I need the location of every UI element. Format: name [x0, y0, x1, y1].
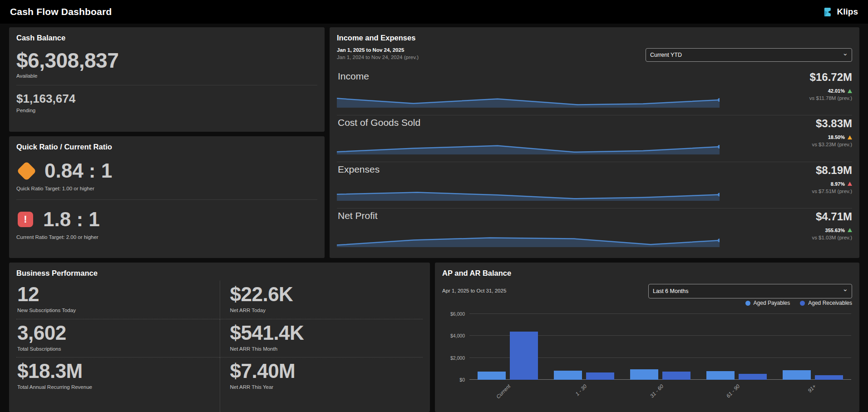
- brand-name: Klips: [837, 7, 858, 17]
- metric-label: Net ARR This Year: [230, 384, 423, 390]
- panel-title: Business Performance: [16, 269, 423, 278]
- x-axis-label: 91+: [807, 383, 817, 393]
- metric-label: Income: [338, 71, 369, 82]
- bar-group-current: Current: [469, 314, 546, 380]
- metric-label: Total Subscriptions: [17, 346, 220, 352]
- x-axis-label: 61 - 90: [725, 383, 740, 399]
- y-axis-tick: $4,000: [442, 333, 465, 338]
- bar-group-91: 91+: [775, 314, 851, 380]
- date-range-select[interactable]: Current YTD: [646, 48, 852, 62]
- metric-previous: vs $3.23M (prev.): [812, 142, 852, 147]
- date-range-select[interactable]: Last 6 Months: [648, 284, 852, 298]
- trend-up-icon: [848, 89, 852, 93]
- page-title: Cash Flow Dashboard: [10, 6, 112, 17]
- bar-group-1-30: 1 - 30: [546, 314, 622, 380]
- panel-title: Income and Expenses: [337, 34, 852, 42]
- trend-sparkline: [337, 92, 720, 108]
- metric-value: $8.19M: [816, 164, 852, 177]
- metric-previous: vs $1.03M (prev.): [812, 235, 852, 240]
- legend-item-aged-payables[interactable]: Aged Payables: [745, 300, 790, 306]
- metric-label: Expenses: [338, 164, 380, 175]
- panel-title: Cash Balance: [16, 34, 317, 42]
- y-axis-tick: $2,000: [442, 355, 465, 361]
- metric-total-subscriptions: 3,602Total Subscriptions: [16, 319, 220, 357]
- current-period: Jan 1, 2025 to Nov 24, 2025: [337, 47, 419, 53]
- income-expense-row-expenses: Expenses$8.19M8.97%vs $7.51M (prev.): [337, 162, 852, 208]
- panel-title: AP and AR Balance: [442, 269, 852, 278]
- metric-label: Net ARR This Month: [230, 346, 423, 352]
- x-axis-label: 31 - 60: [649, 383, 664, 399]
- metric-value: $18.3M: [17, 361, 220, 381]
- ap-ar-chart: $0$2,000$4,000$6,000Current1 - 3031 - 60…: [442, 314, 851, 380]
- income-expense-row-income: Income$16.72M42.01%vs $11.78M (prev.): [337, 69, 852, 115]
- pending-balance-value: $1,163,674: [16, 92, 317, 106]
- warning-diamond-icon: [17, 161, 37, 181]
- bar-aged-payables[interactable]: [706, 371, 735, 380]
- metric-change-percent: 42.01%: [828, 88, 845, 94]
- trend-sparkline: [337, 185, 720, 201]
- metric-label: Net Profit: [338, 210, 378, 221]
- metric-change-percent: 355.63%: [825, 228, 845, 233]
- metric-change-percent: 18.50%: [828, 134, 845, 140]
- income-expenses-panel: Income and Expenses Jan 1, 2025 to Nov 2…: [330, 27, 859, 258]
- ratio-panel: Quick Ratio / Current Ratio 0.84 : 1 Qui…: [9, 136, 325, 258]
- date-range: Apr 1, 2025 to Oct 31, 2025: [442, 288, 506, 293]
- bar-aged-receivables[interactable]: [586, 372, 614, 380]
- metric-net-arr-this-year: $7.40MNet ARR This Year: [220, 357, 423, 412]
- trend-up-icon: [848, 135, 852, 139]
- plot-area: Current1 - 3031 - 6061 - 9091+: [469, 314, 851, 380]
- metric-value: $7.40M: [230, 361, 423, 381]
- metric-value: 3,602: [17, 323, 220, 343]
- quick-ratio-value: 0.84 : 1: [44, 159, 112, 182]
- income-expenses-rows: Income$16.72M42.01%vs $11.78M (prev.)Cos…: [337, 69, 852, 254]
- brand: Klips: [823, 7, 858, 17]
- y-axis-tick: $6,000: [442, 311, 465, 317]
- bar-group-61-90: 61 - 90: [699, 314, 775, 380]
- bar-aged-receivables[interactable]: [510, 332, 538, 380]
- quick-ratio-row: 0.84 : 1: [16, 159, 317, 182]
- metric-previous: vs $7.51M (prev.): [812, 189, 852, 194]
- metric-value: $3.83M: [816, 117, 852, 130]
- date-range: Jan 1, 2025 to Nov 24, 2025 Jan 1, 2024 …: [337, 47, 419, 60]
- top-bar: Cash Flow Dashboard Klips: [0, 0, 868, 24]
- klips-logo-icon: [823, 7, 833, 17]
- bar-aged-payables[interactable]: [783, 370, 811, 380]
- metric-change: 18.50%: [828, 134, 852, 140]
- legend-item-aged-receivables[interactable]: Aged Receivables: [800, 300, 852, 306]
- date-range-select-wrap: Current YTD ⌄: [646, 48, 852, 62]
- previous-period: Jan 1, 2024 to Nov 24, 2024 (prev.): [337, 55, 419, 60]
- metric-label: Net ARR Today: [230, 308, 423, 313]
- bar-aged-payables[interactable]: [630, 369, 658, 380]
- bar-aged-receivables[interactable]: [739, 374, 767, 380]
- alert-exclamation-icon: !: [18, 212, 33, 227]
- pending-balance-label: Pending: [16, 108, 317, 113]
- metric-label: Cost of Goods Sold: [338, 117, 420, 128]
- trend-sparkline: [337, 139, 720, 154]
- metric-total-annual-recurring-revenue: $18.3MTotal Annual Recurring Revenue: [16, 357, 220, 412]
- date-range-select-wrap: Last 6 Months ⌄: [648, 284, 852, 298]
- metric-change: 8.97%: [831, 181, 852, 187]
- legend-dot-icon: [800, 301, 805, 306]
- x-axis-label: Current: [495, 383, 512, 400]
- bar-aged-receivables[interactable]: [662, 372, 690, 380]
- metric-change: 355.63%: [825, 228, 852, 233]
- divider: [16, 199, 317, 200]
- bar-group-31-60: 31 - 60: [622, 314, 698, 380]
- legend-label: Aged Receivables: [808, 300, 852, 306]
- business-performance-panel: Business Performance 12New Subscriptions…: [9, 263, 430, 412]
- bar-aged-receivables[interactable]: [815, 375, 843, 380]
- metric-change-percent: 8.97%: [831, 181, 845, 187]
- y-axis-tick: $0: [442, 377, 465, 382]
- metric-net-arr-today: $22.6KNet ARR Today: [220, 281, 423, 319]
- metric-net-arr-this-month: $541.4KNet ARR This Month: [220, 319, 423, 357]
- metric-value: $541.4K: [230, 323, 423, 343]
- income-expense-row-net-profit: Net Profit$4.71M355.63%vs $1.03M (prev.): [337, 208, 852, 254]
- legend-label: Aged Payables: [754, 300, 790, 306]
- metric-new-subscriptions-today: 12New Subscriptions Today: [16, 281, 220, 319]
- metric-value: $22.6K: [230, 284, 423, 304]
- current-ratio-target: Current Ratio Target: 2.00 or higher: [16, 234, 317, 240]
- bar-aged-payables[interactable]: [478, 372, 506, 380]
- trend-up-icon: [848, 182, 852, 186]
- bar-aged-payables[interactable]: [554, 371, 582, 380]
- chart-legend: Aged PayablesAged Receivables: [745, 300, 852, 306]
